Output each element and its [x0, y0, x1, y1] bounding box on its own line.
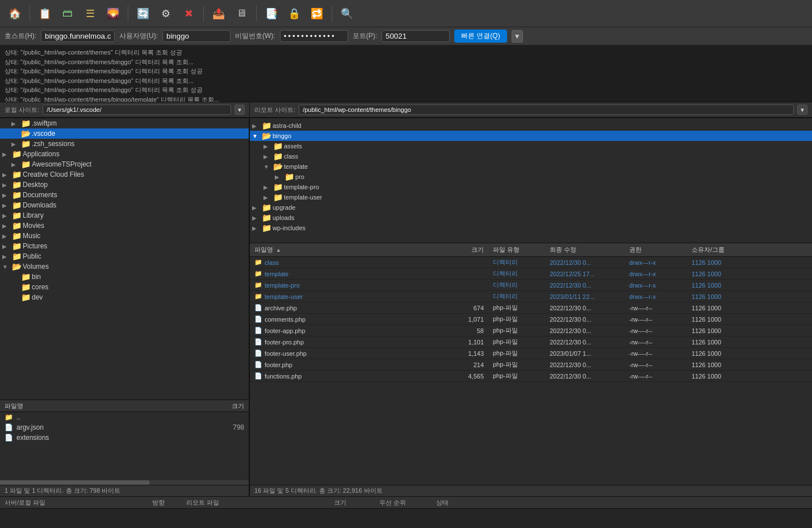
- toolbar-icon-image[interactable]: 🌄: [103, 3, 123, 24]
- remote-file-comments[interactable]: 📄 comments.php 1,071 php-파일 2022/12/30 0…: [250, 314, 812, 325]
- host-input[interactable]: [41, 30, 115, 42]
- toolbar-icon-settings[interactable]: ⚙: [156, 3, 176, 24]
- remote-tree-wp-includes[interactable]: ▶ 📁 wp-includes: [250, 223, 812, 233]
- tree-item-desktop[interactable]: ▶ 📁 Desktop: [0, 180, 249, 190]
- remote-arrow-assets: ▶: [263, 143, 271, 149]
- toolbar-icon-sftp[interactable]: 🔒: [284, 3, 304, 24]
- toolbar-icon-view-toggle[interactable]: ☰: [80, 3, 101, 24]
- tree-label-cc: Creative Cloud Files: [23, 171, 84, 178]
- local-site-dropdown[interactable]: ▼: [235, 105, 245, 115]
- tree-item-music[interactable]: ▶ 📁 Music: [0, 231, 249, 241]
- local-file-parent[interactable]: 📁 ..: [0, 412, 249, 422]
- folder-icon-volumes: 📂: [12, 263, 21, 271]
- folder-icon-pictures: 📁: [12, 242, 21, 250]
- remote-tree-pro[interactable]: ▶ 📁 pro: [250, 172, 812, 182]
- local-site-path[interactable]: [43, 105, 231, 115]
- local-file-argv[interactable]: 📄 argv.json 798: [0, 422, 249, 433]
- tree-item-bin[interactable]: 📁 bin: [0, 272, 249, 282]
- remote-tree-assets[interactable]: ▶ 📁 assets: [250, 141, 812, 151]
- port-input[interactable]: [382, 30, 450, 42]
- tree-item-awesome[interactable]: ▶ 📁 AwesomeTSProject: [0, 159, 249, 169]
- tree-label-documents: Documents: [23, 191, 57, 199]
- toolbar-icon-refresh[interactable]: 🔄: [133, 3, 153, 24]
- tree-item-cores[interactable]: 📁 cores: [0, 282, 249, 292]
- remote-modified-functions: 2022/12/30 0...: [545, 373, 625, 380]
- toolbar-icon-home[interactable]: 🏠: [5, 3, 25, 24]
- toolbar-icon-stop[interactable]: ✖: [178, 3, 199, 24]
- remote-tree-class[interactable]: ▶ 📁 class: [250, 151, 812, 161]
- remote-file-footer[interactable]: 📄 footer.php 214 php-파일 2022/12/30 0... …: [250, 359, 812, 371]
- remote-arrow-wp-includes: ▶: [252, 225, 260, 231]
- remote-file-template-pro[interactable]: 📁 template-pro 디렉터리 2022/12/30 0... drwx…: [250, 280, 812, 291]
- tree-item-cc-files[interactable]: ▶ 📁 Creative Cloud Files: [0, 169, 249, 180]
- tree-label-apps: Applications: [23, 150, 60, 158]
- remote-tree-astra[interactable]: ▶ 📁 astra-child: [250, 120, 812, 131]
- remote-modified-footer: 2022/12/30 0...: [545, 361, 625, 368]
- tree-item-public[interactable]: ▶ 📁 Public: [0, 251, 249, 261]
- tree-item-volumes[interactable]: ▼ 📂 Volumes: [0, 261, 249, 272]
- toolbar-icon-tabs[interactable]: 📑: [261, 3, 282, 24]
- file-icon-archive: 📄: [254, 304, 262, 311]
- remote-file-functions[interactable]: 📄 functions.php 4,565 php-파일 2022/12/30 …: [250, 371, 812, 382]
- tree-item-vscode[interactable]: 📂 .vscode: [0, 128, 249, 139]
- remote-type-archive: php-파일: [488, 304, 545, 312]
- folder-icon-bin: 📁: [21, 273, 30, 281]
- remote-site-dropdown[interactable]: ▼: [797, 105, 807, 115]
- toolbar-icon-new-tab[interactable]: 📋: [35, 3, 55, 24]
- remote-site-label: 리모트 사이트:: [254, 106, 295, 114]
- remote-site-path[interactable]: [299, 105, 794, 115]
- tree-item-documents[interactable]: ▶ 📁 Documents: [0, 190, 249, 200]
- folder-icon-downloads: 📁: [12, 201, 21, 209]
- toolbar-icon-sync[interactable]: 🔁: [307, 3, 327, 24]
- col-header-type[interactable]: 파일 유형: [488, 246, 545, 254]
- tree-item-applications[interactable]: ▶ 📁 Applications: [0, 149, 249, 159]
- remote-label-upgrade: upgrade: [273, 204, 295, 211]
- remote-label-template-pro: template-pro: [284, 184, 319, 190]
- folder-icon-music: 📁: [12, 232, 21, 240]
- local-file-extensions[interactable]: 📄 extensions: [0, 433, 249, 443]
- toolbar-icon-new-window[interactable]: 🗃: [57, 3, 78, 24]
- remote-tree-template[interactable]: ▼ 📂 template: [250, 161, 812, 172]
- connect-button[interactable]: 빠른 연결(Q): [454, 30, 507, 43]
- toolbar-icon-transfer-queue[interactable]: 📤: [208, 3, 229, 24]
- col-header-name[interactable]: 파일명 ▲: [250, 246, 443, 254]
- dir-icon-template-user: 📁: [254, 293, 262, 300]
- toolbar-icon-server-manager[interactable]: 🖥: [231, 3, 252, 24]
- remote-file-footer-pro[interactable]: 📄 footer-pro.php 1,101 php-파일 2022/12/30…: [250, 336, 812, 348]
- tree-item-pictures[interactable]: ▶ 📁 Pictures: [0, 241, 249, 251]
- tree-item-dev[interactable]: 📁 dev: [0, 292, 249, 302]
- tree-item-library[interactable]: ▶ 📁 Library: [0, 210, 249, 221]
- remote-tree-template-user[interactable]: ▶ 📁 template-user: [250, 192, 812, 202]
- tree-item-movies[interactable]: ▶ 📁 Movies: [0, 221, 249, 231]
- user-input[interactable]: [162, 30, 231, 42]
- tree-item-downloads[interactable]: ▶ 📁 Downloads: [0, 200, 249, 210]
- col-header-owner[interactable]: 소유자/그룹: [687, 246, 744, 254]
- remote-file-template-user[interactable]: 📁 template-user 디렉터리 2023/01/11 22... dr…: [250, 291, 812, 302]
- remote-arrow-binggo: ▼: [252, 133, 260, 139]
- remote-tree-uploads[interactable]: ▶ 📁 uploads: [250, 213, 812, 223]
- remote-tree-binggo[interactable]: ▼ 📂 binggo: [250, 131, 812, 141]
- remote-tree-template-pro[interactable]: ▶ 📁 template-pro: [250, 182, 812, 192]
- connect-dropdown[interactable]: ▼: [512, 30, 523, 43]
- remote-tree-upgrade[interactable]: ▶ 📁 upgrade: [250, 202, 812, 213]
- remote-file-template[interactable]: 📁 template 디렉터리 2022/12/25 17... drwx---…: [250, 268, 812, 280]
- remote-filename-template-pro: template-pro: [265, 282, 300, 289]
- col-header-modified[interactable]: 최종 수정: [545, 246, 625, 254]
- remote-perm-footer: -rw----r--: [625, 361, 687, 368]
- tree-item-zsh-sessions[interactable]: ▶ 📁 .zsh_sessions: [0, 139, 249, 149]
- tree-item-swiftpm[interactable]: ▶ 📁 .swiftpm: [0, 118, 249, 128]
- remote-file-footer-app[interactable]: 📄 footer-app.php 58 php-파일 2022/12/30 0.…: [250, 325, 812, 336]
- col-header-perm[interactable]: 권한: [625, 246, 687, 254]
- local-file-tree: ▶ 📁 .swiftpm 📂 .vscode ▶ 📁 .zsh_sessions…: [0, 118, 249, 400]
- pass-input[interactable]: [280, 30, 348, 42]
- remote-file-class[interactable]: 📁 class 디렉터리 2022/12/30 0... drwx---r-x …: [250, 257, 812, 268]
- local-scrollbar[interactable]: [0, 480, 249, 485]
- remote-file-footer-user[interactable]: 📄 footer-user.php 1,143 php-파일 2023/01/0…: [250, 348, 812, 359]
- tree-label-library: Library: [23, 211, 44, 219]
- remote-folder-template-user: 📁: [273, 193, 282, 201]
- remote-file-archive[interactable]: 📄 archive.php 674 php-파일 2022/12/30 0...…: [250, 302, 812, 314]
- col-header-size[interactable]: 크기: [443, 246, 488, 254]
- tree-label-pictures: Pictures: [23, 242, 47, 250]
- toolbar-icon-search[interactable]: 🔍: [337, 3, 357, 24]
- remote-file-header: 파일명 ▲ 크기 파일 유형 최종 수정 권한 소유자/그룹: [250, 243, 812, 257]
